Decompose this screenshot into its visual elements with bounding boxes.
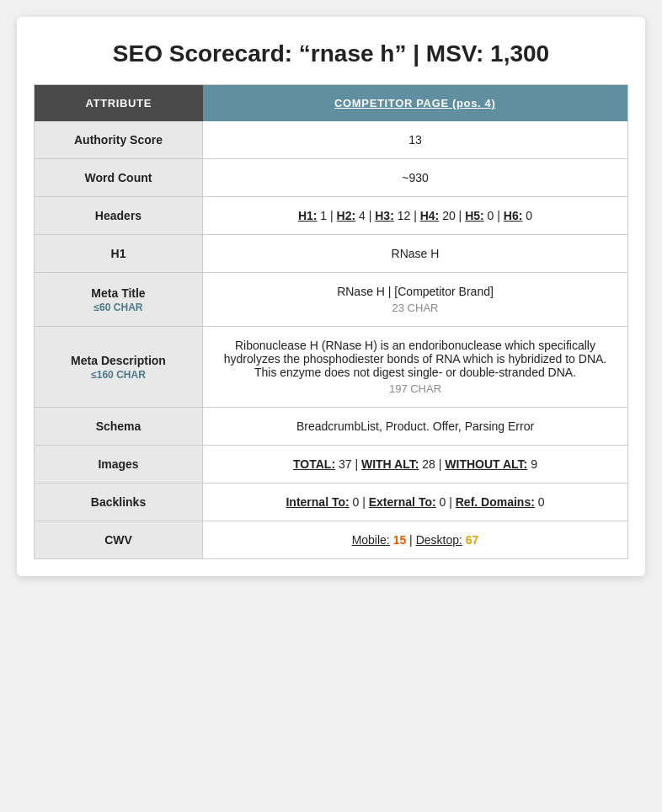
scorecard-table: ATTRIBUTE COMPETITOR PAGE (pos. 4) Autho… xyxy=(34,84,628,559)
table-row: H1RNase H xyxy=(35,235,628,273)
attr-cell-images: Images xyxy=(35,446,203,483)
table-row: Word Count~930 xyxy=(35,159,628,197)
table-row: Meta Title≤60 CHARRNase H | [Competitor … xyxy=(35,273,628,327)
value-cell-meta-description: Ribonuclease H (RNase H) is an endoribon… xyxy=(203,327,628,408)
attribute-column-header: ATTRIBUTE xyxy=(35,85,203,122)
table-row: HeadersH1: 1 | H2: 4 | H3: 12 | H4: 20 |… xyxy=(35,197,628,235)
attr-cell-authority-score: Authority Score xyxy=(35,121,203,159)
value-cell-backlinks: Internal To: 0 | External To: 0 | Ref. D… xyxy=(203,483,628,521)
page-title: SEO Scorecard: “rnase h” | MSV: 1,300 xyxy=(17,17,645,84)
value-cell-cwv: Mobile: 15 | Desktop: 67 xyxy=(203,521,628,559)
table-row: Authority Score13 xyxy=(35,121,628,159)
value-cell-authority-score: 13 xyxy=(203,121,628,159)
header-tag-h4: H4: xyxy=(420,209,440,222)
cwv-mobile-label: Mobile: xyxy=(352,533,390,547)
meta-sub-meta-title: 23 CHAR xyxy=(216,302,614,314)
images-label-0: TOTAL: xyxy=(293,457,335,471)
attr-cell-backlinks: Backlinks xyxy=(35,483,203,521)
meta-sub-meta-description: 197 CHAR xyxy=(216,382,614,395)
table-row: CWVMobile: 15 | Desktop: 67 xyxy=(35,521,628,559)
table-row: BacklinksInternal To: 0 | External To: 0… xyxy=(35,483,628,521)
attr-cell-word-count: Word Count xyxy=(35,159,203,197)
header-tag-h1: H1: xyxy=(298,209,318,222)
table-row: SchemaBreadcrumbList, Product. Offer, Pa… xyxy=(35,408,628,446)
value-cell-meta-title: RNase H | [Competitor Brand]23 CHAR xyxy=(203,273,628,327)
value-cell-h1: RNase H xyxy=(203,235,628,273)
header-tag-h6: H6: xyxy=(504,209,523,222)
cwv-mobile-value: 15 xyxy=(393,533,407,547)
value-cell-schema: BreadcrumbList, Product. Offer, Parsing … xyxy=(203,408,628,446)
backlinks-label-2: Ref. Domains: xyxy=(456,495,535,509)
header-tag-h2: H2: xyxy=(337,209,356,222)
cwv-desktop-label: Desktop: xyxy=(416,533,462,547)
attr-cell-meta-title: Meta Title≤60 CHAR xyxy=(35,273,203,327)
header-tag-h5: H5: xyxy=(465,209,484,222)
value-cell-word-count: ~930 xyxy=(203,159,628,197)
images-label-2: WITHOUT ALT: xyxy=(445,457,527,471)
meta-value-meta-title: RNase H | [Competitor Brand] xyxy=(337,285,494,298)
attr-sub-meta-title: ≤60 CHAR xyxy=(48,302,189,313)
cwv-desktop-value: 67 xyxy=(466,533,479,547)
value-cell-headers: H1: 1 | H2: 4 | H3: 12 | H4: 20 | H5: 0 … xyxy=(203,197,628,235)
table-row: Meta Description≤160 CHARRibonuclease H … xyxy=(35,327,628,408)
header-tag-h3: H3: xyxy=(375,209,394,222)
attr-cell-headers: Headers xyxy=(35,197,203,235)
backlinks-label-1: External To: xyxy=(369,495,436,509)
attr-cell-schema: Schema xyxy=(35,408,203,446)
attr-cell-h1: H1 xyxy=(35,235,203,273)
attr-sub-meta-description: ≤160 CHAR xyxy=(48,369,189,381)
meta-value-meta-description: Ribonuclease H (RNase H) is an endoribon… xyxy=(224,339,606,379)
competitor-column-header: COMPETITOR PAGE (pos. 4) xyxy=(203,85,628,122)
scorecard-card: SEO Scorecard: “rnase h” | MSV: 1,300 AT… xyxy=(17,17,645,576)
value-cell-images: TOTAL: 37 | WITH ALT: 28 | WITHOUT ALT: … xyxy=(203,446,628,483)
backlinks-label-0: Internal To: xyxy=(286,495,349,509)
attr-cell-cwv: CWV xyxy=(35,521,203,559)
attr-cell-meta-description: Meta Description≤160 CHAR xyxy=(35,327,203,408)
images-label-1: WITH ALT: xyxy=(361,457,419,471)
table-row: ImagesTOTAL: 37 | WITH ALT: 28 | WITHOUT… xyxy=(35,446,628,483)
